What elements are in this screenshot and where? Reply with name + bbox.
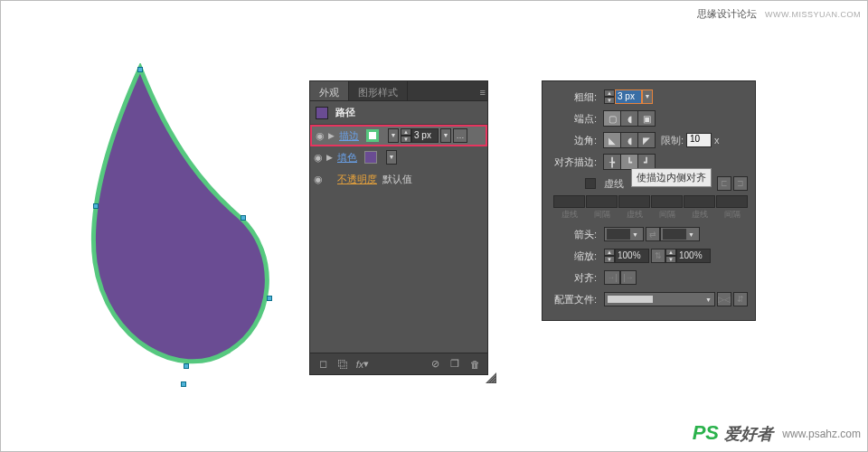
new-art-icon[interactable]: ◻ — [316, 357, 330, 372]
dash-field[interactable] — [684, 195, 715, 208]
cap-butt-icon[interactable]: ▢ — [603, 110, 621, 127]
stroke-options-button[interactable]: … — [453, 128, 467, 143]
profile-label: 配置文件: — [550, 293, 604, 306]
cap-round-icon[interactable]: ◖ — [620, 110, 638, 127]
cap-row: 端点: ▢ ◖ ▣ — [550, 108, 748, 128]
cap-label: 端点: — [550, 112, 604, 126]
watermark-top: 思缘设计论坛 WWW.MISSYUAN.COM — [697, 7, 861, 21]
dash-sublabel: 虚线 — [618, 209, 650, 221]
anchor-point[interactable] — [137, 67, 143, 72]
gap-field[interactable] — [586, 195, 618, 208]
arrow-align-extend-icon[interactable]: →| — [604, 270, 620, 285]
visibility-toggle[interactable]: ◉ — [312, 174, 325, 185]
expand-icon[interactable]: ▶ — [328, 131, 337, 140]
limit-suffix: x — [714, 135, 720, 146]
gap-field[interactable] — [651, 195, 683, 208]
weight-dropdown[interactable]: ▼ — [642, 89, 653, 104]
resize-handle-icon[interactable] — [486, 372, 496, 383]
visibility-toggle[interactable]: ◉ — [312, 152, 325, 164]
align-stroke-label: 对齐描边: — [550, 155, 604, 169]
appearance-panel: ◄◄ 外观 图形样式 ≡ 路径 ◉ ▶ 描边 ▼ ▲▼ 3 px ▼ … ◉ — [310, 81, 487, 374]
gap-field[interactable] — [716, 195, 748, 208]
cap-projecting-icon[interactable]: ▣ — [637, 110, 656, 127]
cap-buttons: ▢ ◖ ▣ — [604, 110, 656, 127]
anchor-point[interactable] — [93, 203, 99, 209]
dashed-label: 虚线 — [604, 177, 624, 191]
swap-arrows-icon[interactable]: ⇄ — [646, 227, 660, 241]
attribute-row-fill[interactable]: ◉ ▶ 填色 ▼ — [310, 146, 487, 168]
weight-row: 粗细: ▲▼ 3 px ▼ — [550, 87, 748, 107]
duplicate-item-icon[interactable]: ❐ — [448, 357, 462, 372]
duplicate-icon[interactable]: ⿻ — [335, 357, 350, 372]
anchor-point[interactable] — [184, 363, 189, 369]
weight-field[interactable]: 3 px — [615, 89, 642, 104]
stroke-label[interactable]: 描边 — [339, 129, 364, 143]
start-scale-stepper[interactable]: ▲▼100% — [604, 249, 649, 263]
arrow-align-label: 对齐: — [550, 271, 604, 285]
panel-menu-icon[interactable]: ≡ — [480, 87, 486, 98]
anchor-point[interactable] — [241, 215, 246, 221]
arrow-align-end-icon[interactable]: |→ — [620, 270, 637, 285]
color-dropdown-icon[interactable]: ▼ — [386, 150, 397, 165]
end-scale-stepper[interactable]: ▲▼100% — [665, 249, 711, 263]
logo-main: PS — [693, 421, 719, 444]
opacity-value: 默认值 — [382, 173, 412, 186]
clear-icon[interactable]: ⊘ — [428, 357, 442, 372]
flip-along-icon[interactable]: ⇵ — [733, 292, 748, 306]
anchor-point[interactable] — [181, 381, 186, 387]
path-header: 路径 — [310, 101, 487, 125]
panel-body: 路径 ◉ ▶ 描边 ▼ ▲▼ 3 px ▼ … ◉ ▶ 填色 ▼ — [310, 101, 487, 190]
attribute-row-opacity[interactable]: ◉ 不透明度 默认值 — [310, 168, 487, 190]
dash-fields-row: 虚线 间隔 虚线 间隔 虚线 间隔 — [550, 195, 748, 221]
object-title: 路径 — [335, 106, 355, 119]
dash-align-icon[interactable]: ⊐ — [733, 176, 748, 191]
arrowheads-label: 箭头: — [550, 228, 604, 241]
end-arrow-dropdown[interactable]: ▼ — [660, 227, 700, 241]
attribute-row-stroke[interactable]: ◉ ▶ 描边 ▼ ▲▼ 3 px ▼ … — [310, 125, 487, 146]
limit-label: 限制: — [661, 134, 684, 147]
fill-label[interactable]: 填色 — [337, 151, 363, 165]
visibility-toggle[interactable]: ◉ — [314, 130, 326, 142]
profile-dropdown[interactable]: ▼ — [604, 292, 715, 306]
align-center-icon[interactable]: ╊ — [603, 154, 621, 170]
gap-sublabel: 间隔 — [716, 209, 748, 221]
object-thumbnail — [316, 107, 328, 119]
trash-icon[interactable]: 🗑 — [467, 357, 482, 372]
scale-row: 缩放: ▲▼100% ⇅ ▲▼100% — [550, 246, 748, 266]
opacity-label[interactable]: 不透明度 — [337, 173, 377, 186]
dash-field[interactable] — [618, 195, 650, 208]
link-scale-icon[interactable]: ⇅ — [651, 249, 665, 263]
limit-field[interactable]: 10 — [686, 133, 712, 147]
weight-dropdown-icon[interactable]: ▼ — [440, 128, 451, 143]
teardrop-shape[interactable] — [90, 63, 271, 389]
flip-across-icon[interactable]: ▷◁ — [717, 292, 731, 306]
arrow-align-row: 对齐: →| |→ — [550, 268, 748, 287]
bevel-join-icon[interactable]: ◤ — [637, 132, 656, 148]
dash-field[interactable] — [553, 195, 585, 208]
anchor-point[interactable] — [267, 296, 272, 301]
profile-swatch — [608, 296, 653, 303]
corner-label: 边角: — [550, 134, 604, 147]
align-stroke-row: 对齐描边: ╊ ┗ ┛ 使描边内侧对齐 — [550, 152, 748, 172]
dashed-checkbox[interactable] — [585, 178, 596, 189]
color-dropdown-icon[interactable]: ▼ — [388, 128, 399, 143]
dash-preserve-icon[interactable]: ⊏ — [717, 176, 731, 191]
arrowheads-row: 箭头: ▼ ⇄ ▼ — [550, 224, 748, 244]
expand-icon[interactable]: ▶ — [326, 153, 335, 162]
fx-button[interactable]: fx▾ — [355, 357, 370, 372]
watermark-url: WWW.MISSYUAN.COM — [765, 10, 861, 19]
panel-tabbar: 外观 图形样式 ≡ — [310, 81, 487, 101]
start-arrow-dropdown[interactable]: ▼ — [604, 227, 644, 241]
miter-join-icon[interactable]: ◣ — [603, 132, 621, 148]
logo-sub: 爱好者 — [724, 425, 773, 443]
stroke-color-swatch[interactable] — [366, 129, 379, 142]
tab-appearance[interactable]: 外观 — [310, 81, 349, 100]
stroke-weight-value[interactable]: 3 px — [411, 128, 439, 143]
dash-sublabel: 虚线 — [553, 209, 585, 221]
round-join-icon[interactable]: ◖ — [620, 132, 638, 148]
weight-stepper[interactable]: ▲▼ 3 px — [604, 89, 642, 104]
fill-color-swatch[interactable] — [364, 151, 377, 164]
tab-graphic-styles[interactable]: 图形样式 — [349, 81, 408, 100]
stroke-weight-stepper[interactable]: ▲▼ 3 px — [401, 128, 439, 143]
scale-label: 缩放: — [550, 250, 604, 263]
